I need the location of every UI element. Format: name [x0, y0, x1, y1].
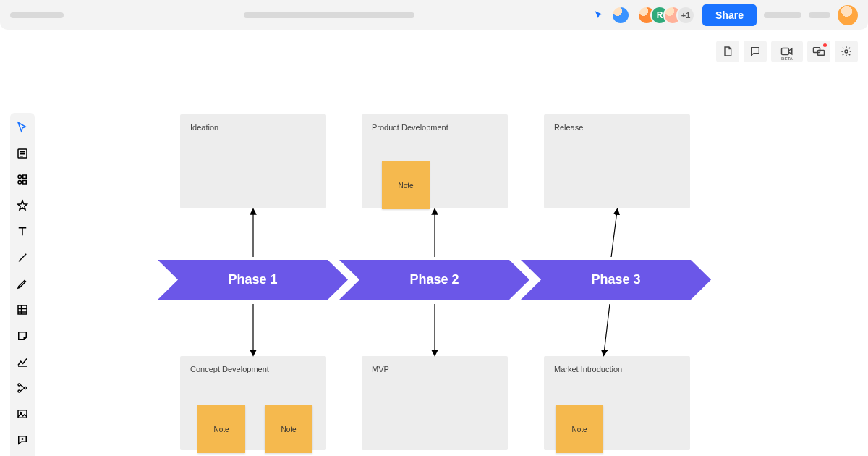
svg-line-37 [611, 211, 617, 257]
block-title: Ideation [190, 123, 218, 132]
phase-chevron-2[interactable]: Phase 2 [339, 260, 529, 300]
phase-label: Phase 3 [591, 272, 640, 287]
block-title: Market Introduction [554, 365, 622, 373]
diagram-canvas[interactable]: Ideation Product Development Release Con… [0, 0, 868, 456]
sticky-label: Note [281, 426, 296, 434]
diagram-block-ideation[interactable]: Ideation [180, 114, 326, 208]
sticky-label: Note [213, 426, 229, 434]
phase-label: Phase 1 [228, 272, 277, 287]
sticky-note[interactable]: Note [197, 405, 245, 453]
block-title: Concept Development [190, 365, 269, 373]
phase-label: Phase 2 [409, 272, 459, 287]
block-title: Release [554, 123, 583, 132]
sticky-note[interactable]: Note [382, 161, 430, 209]
block-title: Product Development [372, 123, 448, 132]
sticky-label: Note [571, 426, 587, 434]
phase-chevron-1[interactable]: Phase 1 [158, 260, 348, 300]
diagram-block-mvp[interactable]: MVP [362, 356, 508, 450]
svg-line-40 [604, 304, 610, 353]
sticky-note[interactable]: Note [265, 405, 312, 453]
sticky-label: Note [398, 182, 413, 190]
block-title: MVP [372, 365, 389, 373]
phase-chevron-3[interactable]: Phase 3 [521, 260, 711, 300]
diagram-block-release[interactable]: Release [544, 114, 690, 208]
sticky-note[interactable]: Note [556, 405, 603, 453]
